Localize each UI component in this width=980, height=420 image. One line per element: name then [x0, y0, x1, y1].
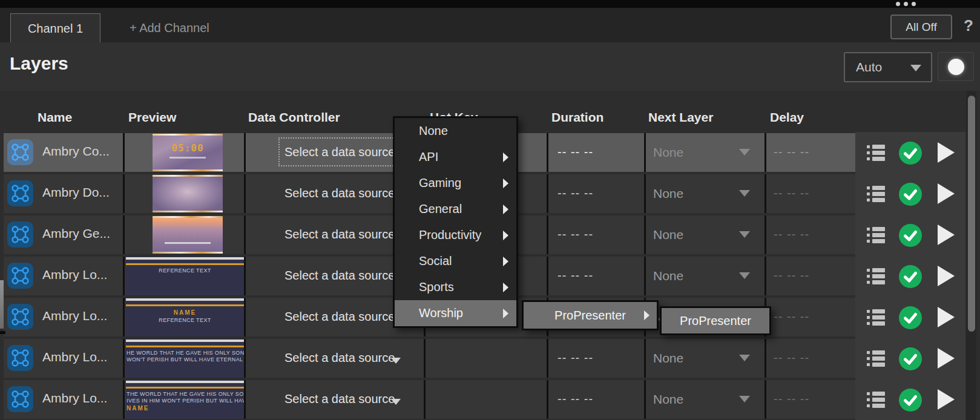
play-icon[interactable]	[938, 266, 955, 286]
delay-value: -- -- --	[774, 351, 809, 365]
duration-cell[interactable]: -- -- --	[548, 133, 644, 172]
menu-item-general[interactable]: General	[395, 196, 516, 222]
row-actions	[855, 388, 965, 412]
menu-item-api[interactable]: API	[395, 144, 516, 170]
hot-key-cell[interactable]	[426, 339, 547, 378]
layer-preview-thumbnail: REFERENCE TEXT	[126, 257, 244, 295]
data-source-select[interactable]: Select a data source	[280, 180, 401, 206]
playlist-icon[interactable]	[867, 186, 885, 205]
add-channel-button[interactable]: + Add Channel	[130, 13, 209, 42]
menu-item-none[interactable]: None	[395, 118, 516, 144]
submenu-item-propresenter[interactable]: ProPresenter	[524, 302, 657, 329]
table-row[interactable]: Ambry Lo...THE WORLD THAT HE GAVE HIS ON…	[4, 380, 855, 419]
preview-slide-text: THE WORLD THAT HE GAVE HIS ONLY SON, SO …	[127, 391, 243, 397]
next-layer-dropdown[interactable]: None	[646, 215, 765, 254]
preview-cell: HE WORLD THAT HE GAVE HIS ONLY SON, SO T…	[125, 339, 244, 378]
delay-cell[interactable]: -- -- --	[766, 257, 855, 295]
next-layer-dropdown[interactable]: None	[646, 133, 765, 172]
tab-channel-1[interactable]: Channel 1	[10, 13, 100, 43]
play-icon[interactable]	[938, 183, 955, 204]
enabled-check-icon[interactable]	[899, 183, 922, 208]
next-layer-select-value: None	[653, 351, 683, 366]
play-icon[interactable]	[938, 389, 955, 410]
layer-name-label: Ambry Co...	[42, 144, 110, 159]
duration-cell[interactable]: -- -- --	[548, 215, 644, 254]
delay-value: -- -- --	[774, 310, 809, 324]
playlist-icon[interactable]	[867, 309, 885, 329]
preview-top-bar	[126, 340, 244, 342]
next-layer-dropdown[interactable]: None	[646, 380, 765, 419]
enabled-check-icon[interactable]	[899, 265, 922, 290]
menu-item-gaming[interactable]: Gaming	[395, 170, 516, 196]
data-source-select-value: Select a data source	[280, 310, 395, 324]
scrollbar-thumb[interactable]	[968, 96, 975, 332]
next-layer-dropdown[interactable]: None	[646, 257, 765, 295]
preview-slide-text: WON'T PERISH BUT WILL HAVE ETERNAL LIFE.…	[127, 356, 243, 363]
playlist-icon[interactable]	[867, 268, 885, 287]
duration-cell[interactable]: -- -- --	[548, 257, 644, 295]
name-cell: Ambry Lo...	[4, 380, 123, 419]
row-actions	[855, 347, 965, 371]
column-header-preview: Preview	[128, 110, 176, 125]
preview-top-bar	[126, 257, 244, 260]
layer-icon	[7, 386, 33, 412]
enabled-check-icon[interactable]	[899, 389, 922, 414]
vertical-scrollbar[interactable]	[966, 91, 976, 420]
data-source-select[interactable]: Select a data source	[280, 386, 401, 412]
help-icon[interactable]: ?	[964, 16, 973, 35]
delay-cell[interactable]: -- -- --	[766, 380, 855, 419]
blackout-button[interactable]	[938, 52, 974, 81]
play-icon[interactable]	[938, 307, 955, 327]
mode-dropdown[interactable]: Auto	[844, 52, 932, 82]
data-source-select-value: Select a data source	[280, 186, 395, 200]
data-source-select[interactable]: Select a data source	[280, 262, 401, 289]
dot-icon	[896, 2, 900, 6]
play-icon[interactable]	[938, 348, 955, 369]
panel-resize-grip[interactable]	[0, 280, 4, 329]
delay-cell[interactable]: -- -- --	[766, 174, 855, 213]
playlist-icon[interactable]	[867, 227, 885, 246]
submenu-arrow-icon	[503, 153, 508, 162]
submenu-arrow-icon	[644, 310, 649, 320]
menu-item-worship[interactable]: Worship	[395, 300, 516, 326]
data-source-select[interactable]: Select a data source	[280, 344, 401, 371]
enabled-check-icon[interactable]	[899, 224, 922, 249]
layer-preview-thumbnail: HE WORLD THAT HE GAVE HIS ONLY SON, SO T…	[126, 339, 244, 378]
delay-cell[interactable]: -- -- --	[766, 215, 855, 254]
hot-key-cell[interactable]	[426, 380, 547, 419]
table-row[interactable]: Ambry Lo...HE WORLD THAT HE GAVE HIS ONL…	[4, 339, 855, 378]
duration-cell[interactable]: -- -- --	[548, 339, 644, 378]
duration-cell[interactable]: -- -- --	[548, 380, 644, 419]
enabled-check-icon[interactable]	[899, 306, 922, 332]
menu-item-social[interactable]: Social	[395, 248, 516, 274]
menu-item-sports[interactable]: Sports	[395, 274, 516, 300]
enabled-check-icon[interactable]	[899, 347, 922, 373]
preview-orange-line	[126, 263, 244, 265]
submenu-item-propresenter-leaf[interactable]: ProPresenter	[662, 308, 769, 333]
delay-cell[interactable]: -- -- --	[766, 298, 855, 336]
next-layer-dropdown[interactable]: None	[646, 339, 765, 378]
duration-cell[interactable]: -- -- --	[548, 174, 644, 213]
layer-icon	[7, 263, 33, 289]
next-layer-dropdown[interactable]: None	[646, 174, 765, 213]
row-actions	[855, 306, 965, 330]
delay-cell[interactable]: -- -- --	[766, 133, 855, 172]
playlist-icon[interactable]	[867, 350, 885, 370]
preview-accent-line	[153, 169, 223, 171]
play-icon[interactable]	[938, 142, 955, 163]
play-icon[interactable]	[938, 225, 955, 245]
column-header-duration: Duration	[551, 110, 603, 125]
playlist-icon[interactable]	[867, 145, 885, 164]
all-off-button[interactable]: All Off	[890, 15, 952, 39]
data-source-select-value: Select a data source	[280, 392, 395, 406]
window-menu-dots-icon[interactable]	[896, 2, 916, 6]
layers-panel-header: Layers Auto	[0, 42, 980, 91]
data-source-select[interactable]: Select a data source	[280, 303, 401, 330]
layer-preview-thumbnail	[153, 175, 223, 212]
enabled-check-icon[interactable]	[899, 142, 922, 167]
playlist-icon[interactable]	[867, 392, 885, 411]
data-source-select[interactable]: Select a data source	[280, 221, 401, 248]
delay-cell[interactable]: -- -- --	[766, 339, 855, 378]
page-title: Layers	[10, 53, 68, 74]
menu-item-productivity[interactable]: Productivity	[395, 222, 516, 248]
